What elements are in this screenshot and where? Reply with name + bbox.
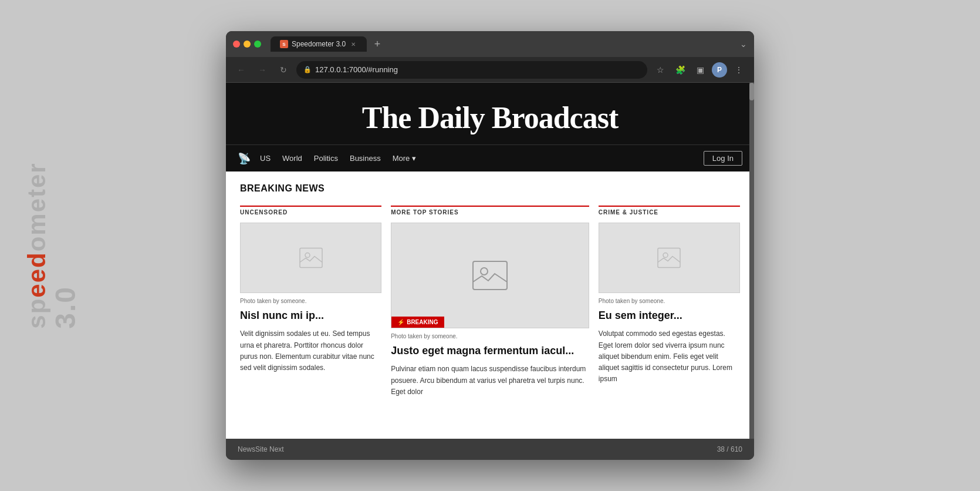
- photo-credit-2: Photo taken by someone.: [391, 333, 589, 339]
- scrollbar-thumb[interactable]: [749, 83, 754, 100]
- article-body-2: Pulvinar etiam non quam lacus suspendiss…: [391, 364, 589, 398]
- article-title-2[interactable]: Justo eget magna fermentum iacul...: [391, 344, 589, 358]
- svg-point-3: [481, 268, 488, 275]
- news-column-uncensored: UNCENSORED Photo taken by someone. Nisl …: [240, 206, 381, 398]
- address-bar-row: ← → ↻ 🔒 127.0.0.1:7000/#running ☆ 🧩 ▣ P …: [226, 57, 754, 83]
- photo-credit-3: Photo taken by someone.: [599, 298, 740, 304]
- forward-button[interactable]: →: [254, 62, 271, 78]
- chevron-down-icon: ▾: [412, 154, 416, 163]
- toolbar-right: ☆ 🧩 ▣ P ⋮: [652, 62, 747, 78]
- article-body-3: Volutpat commodo sed egestas egestas. Eg…: [599, 328, 740, 385]
- bookmark-button[interactable]: ☆: [652, 62, 668, 78]
- bottom-label: NewsSite Next: [238, 445, 284, 453]
- lock-icon: 🔒: [303, 66, 312, 73]
- url-text: 127.0.0.1:7000/#running: [315, 65, 398, 74]
- tab-dropdown-button[interactable]: ⌄: [740, 39, 747, 49]
- svg-point-5: [663, 253, 668, 258]
- news-header: The Daily Broadcast: [226, 83, 754, 144]
- site-title: The Daily Broadcast: [226, 95, 754, 144]
- speedometer-label: speedometer3.0: [23, 162, 82, 328]
- article-image-3: [599, 223, 740, 293]
- scrollbar-track[interactable]: [749, 83, 754, 439]
- nav-politics[interactable]: Politics: [314, 154, 338, 163]
- traffic-lights: [233, 41, 261, 48]
- browser-window: S Speedometer 3.0 ✕ + ⌄ ← → ↻ 🔒 127.0.0.…: [226, 31, 754, 460]
- category-uncensored: UNCENSORED: [240, 206, 381, 218]
- refresh-button[interactable]: ↻: [275, 62, 292, 78]
- profile-button[interactable]: P: [712, 62, 727, 78]
- article-image-2: ⚡ BREAKING: [391, 223, 589, 328]
- satellite-icon: 📡: [238, 152, 251, 165]
- nav-more-label: More: [393, 154, 410, 163]
- news-nav: 📡 US World Politics Business More ▾ Log …: [226, 144, 754, 171]
- svg-point-1: [305, 253, 310, 258]
- tab-title: Speedometer 3.0: [292, 40, 346, 48]
- nav-more[interactable]: More ▾: [393, 154, 417, 163]
- browser-titlebar: S Speedometer 3.0 ✕ + ⌄: [226, 31, 754, 57]
- article-title-1[interactable]: Nisl nunc mi ip...: [240, 309, 381, 322]
- news-column-top-stories: MORE TOP STORIES ⚡ BREAKING: [391, 206, 589, 398]
- news-site: The Daily Broadcast 📡 US World Politics …: [226, 83, 754, 439]
- nav-world[interactable]: World: [282, 154, 302, 163]
- category-top-stories: MORE TOP STORIES: [391, 206, 589, 218]
- svg-rect-4: [658, 248, 680, 268]
- article-title-3[interactable]: Eu sem integer...: [599, 309, 740, 322]
- address-bar[interactable]: 🔒 127.0.0.1:7000/#running: [296, 61, 647, 79]
- close-button[interactable]: [233, 41, 240, 48]
- breaking-news-header: BREAKING NEWS: [240, 183, 740, 194]
- nav-business[interactable]: Business: [350, 154, 381, 163]
- login-button[interactable]: Log In: [704, 151, 742, 166]
- photo-credit-1: Photo taken by someone.: [240, 298, 381, 304]
- sidebar-button[interactable]: ▣: [692, 62, 708, 78]
- bottom-counter: 38 / 610: [717, 445, 742, 453]
- active-tab[interactable]: S Speedometer 3.0 ✕: [271, 36, 367, 52]
- category-crime: CRIME & JUSTICE: [599, 206, 740, 218]
- bottom-bar: NewsSite Next 38 / 610: [226, 439, 754, 460]
- svg-rect-0: [300, 248, 322, 268]
- svg-rect-2: [473, 261, 507, 290]
- lightning-icon: ⚡: [397, 319, 404, 325]
- new-tab-button[interactable]: +: [369, 36, 386, 52]
- nav-us[interactable]: US: [260, 154, 271, 163]
- article-body-1: Velit dignissim sodales ut eu. Sed tempu…: [240, 328, 381, 374]
- extensions-button[interactable]: 🧩: [672, 62, 688, 78]
- menu-button[interactable]: ⋮: [731, 62, 747, 78]
- tab-favicon: S: [280, 40, 288, 48]
- breaking-label: BREAKING: [407, 319, 438, 325]
- tab-close-button[interactable]: ✕: [349, 40, 357, 48]
- tab-bar: S Speedometer 3.0 ✕ + ⌄: [271, 36, 747, 52]
- os-background: speedometer3.0 S Speedometer 3.0 ✕ + ⌄ ←: [0, 0, 980, 491]
- breaking-badge: ⚡ BREAKING: [391, 317, 444, 328]
- article-image-1: [240, 223, 381, 293]
- browser-content: The Daily Broadcast 📡 US World Politics …: [226, 83, 754, 439]
- news-grid: UNCENSORED Photo taken by someone. Nisl …: [240, 206, 740, 398]
- nav-links: US World Politics Business More ▾: [260, 154, 704, 163]
- maximize-button[interactable]: [254, 41, 261, 48]
- back-button[interactable]: ←: [233, 62, 249, 78]
- minimize-button[interactable]: [244, 41, 251, 48]
- news-column-crime: CRIME & JUSTICE Photo taken by someone. …: [599, 206, 740, 398]
- news-content: BREAKING NEWS UNCENSORED: [226, 171, 754, 409]
